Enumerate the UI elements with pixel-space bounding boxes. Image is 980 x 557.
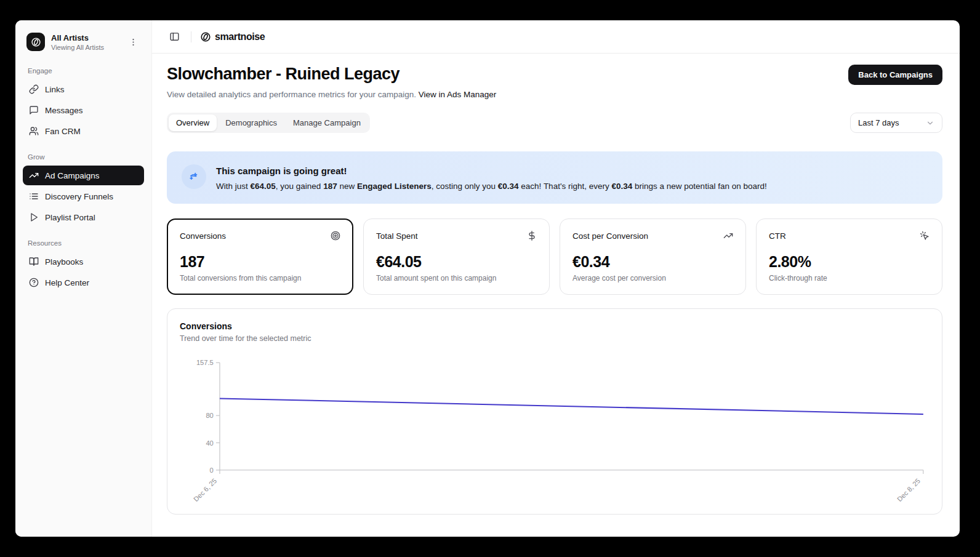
tab-overview[interactable]: Overview [169, 114, 217, 131]
card-subtitle: Total amount spent on this campaign [376, 274, 537, 283]
sidebar-item-label: Fan CRM [45, 127, 81, 136]
section-label-resources: Resources [28, 239, 139, 247]
tab-bar: Overview Demographics Manage Campaign [167, 113, 370, 133]
workspace-menu-button[interactable] [126, 35, 140, 49]
workspace-avatar [26, 33, 45, 51]
chart-subtitle: Trend over time for the selected metric [180, 334, 930, 343]
card-title: CTR [769, 231, 786, 241]
card-title: Conversions [180, 231, 226, 241]
book-open-icon [29, 257, 39, 266]
card-title: Cost per Conversion [572, 231, 648, 241]
card-value: €0.34 [572, 253, 733, 271]
banner-message: With just €64.05, you gained 187 new Eng… [216, 182, 767, 191]
svg-text:157.5: 157.5 [196, 359, 214, 366]
sidebar: All Artists Viewing All Artists Engage L… [15, 20, 152, 537]
section-label-engage: Engage [28, 67, 139, 74]
list-icon [29, 191, 39, 201]
page-title: Slowchamber - Ruined Legacy [167, 65, 400, 84]
sidebar-item-label: Discovery Funnels [45, 192, 113, 201]
card-value: 2.80% [769, 253, 930, 271]
play-icon [29, 212, 39, 222]
topbar-divider [191, 31, 191, 42]
target-icon [331, 231, 340, 241]
trending-up-icon [723, 231, 733, 241]
date-range-value: Last 7 days [858, 118, 899, 127]
sidebar-item-ad-campaigns[interactable]: Ad Campaigns [23, 166, 144, 185]
metric-card-total-spent[interactable]: Total Spent €64.05 Total amount spent on… [363, 218, 550, 295]
smartnoise-logo-icon [200, 31, 211, 42]
sidebar-item-label: Ad Campaigns [45, 171, 100, 180]
cursor-click-icon [920, 231, 930, 241]
chart-title: Conversions [180, 321, 930, 331]
panel-left-icon [169, 31, 180, 42]
svg-text:Dec 6, 25: Dec 6, 25 [192, 477, 218, 503]
date-range-select[interactable]: Last 7 days [850, 113, 942, 133]
sidebar-item-label: Links [45, 85, 65, 94]
back-to-campaigns-button[interactable]: Back to Campaigns [848, 65, 942, 85]
metric-card-cost-per-conversion[interactable]: Cost per Conversion €0.34 Average cost p… [560, 218, 746, 295]
card-subtitle: Total conversions from this campaign [180, 274, 340, 283]
card-subtitle: Average cost per conversion [572, 274, 733, 283]
sidebar-toggle-button[interactable] [167, 29, 182, 44]
conversions-line-chart: 04080157.5Dec 6, 25Dec 8, 25 [180, 353, 930, 504]
message-icon [29, 105, 39, 115]
trending-up-icon [29, 170, 39, 180]
metric-card-conversions[interactable]: Conversions 187 Total conversions from t… [167, 218, 353, 295]
sidebar-item-messages[interactable]: Messages [23, 100, 144, 120]
celebration-icon [182, 164, 206, 189]
dollar-sign-icon [527, 231, 537, 241]
campaign-status-banner: This campaign is going great! With just … [167, 151, 942, 204]
sidebar-item-help-center[interactable]: Help Center [23, 273, 144, 292]
svg-text:0: 0 [210, 467, 214, 474]
sidebar-item-discovery-funnels[interactable]: Discovery Funnels [23, 186, 144, 206]
smartnoise-logo-icon [31, 37, 41, 47]
page-content: Slowchamber - Ruined Legacy Back to Camp… [152, 54, 960, 537]
chevron-down-icon [926, 119, 934, 127]
link-icon [29, 84, 39, 94]
sidebar-item-playlist-portal[interactable]: Playlist Portal [23, 207, 144, 227]
ads-manager-link[interactable]: View in Ads Manager [419, 90, 497, 99]
card-value: 187 [180, 253, 340, 271]
conversions-chart-card: Conversions Trend over time for the sele… [167, 308, 942, 515]
page-subtitle: View detailed analytics and performance … [167, 90, 942, 99]
sidebar-item-label: Help Center [45, 278, 89, 287]
card-value: €64.05 [376, 253, 537, 271]
svg-text:80: 80 [206, 412, 213, 419]
sidebar-item-label: Playlist Portal [45, 213, 95, 222]
brand-name: smartnoise [215, 31, 265, 42]
svg-text:Dec 8, 25: Dec 8, 25 [896, 477, 922, 503]
tab-demographics[interactable]: Demographics [218, 114, 284, 131]
workspace-name: All Artists [51, 33, 120, 42]
workspace-switcher[interactable]: All Artists Viewing All Artists [23, 29, 144, 55]
sidebar-item-label: Messages [45, 106, 83, 115]
metric-cards: Conversions 187 Total conversions from t… [167, 218, 942, 295]
sidebar-item-fan-crm[interactable]: Fan CRM [23, 121, 144, 141]
svg-text:40: 40 [206, 439, 213, 447]
sidebar-item-links[interactable]: Links [23, 79, 144, 99]
users-icon [29, 126, 39, 136]
sidebar-item-label: Playbooks [45, 257, 83, 266]
app-window: All Artists Viewing All Artists Engage L… [15, 20, 960, 537]
metric-card-ctr[interactable]: CTR 2.80% Click-through rate [756, 218, 942, 295]
sidebar-item-playbooks[interactable]: Playbooks [23, 252, 144, 271]
card-title: Total Spent [376, 231, 418, 241]
topbar: smartnoise [152, 20, 960, 54]
workspace-subtitle: Viewing All Artists [51, 44, 120, 51]
kebab-icon [129, 38, 138, 47]
help-circle-icon [29, 278, 39, 287]
tab-manage-campaign[interactable]: Manage Campaign [286, 114, 368, 131]
section-label-grow: Grow [28, 153, 139, 161]
banner-title: This campaign is going great! [216, 166, 767, 176]
card-subtitle: Click-through rate [769, 274, 930, 283]
brand-logo: smartnoise [200, 31, 265, 42]
